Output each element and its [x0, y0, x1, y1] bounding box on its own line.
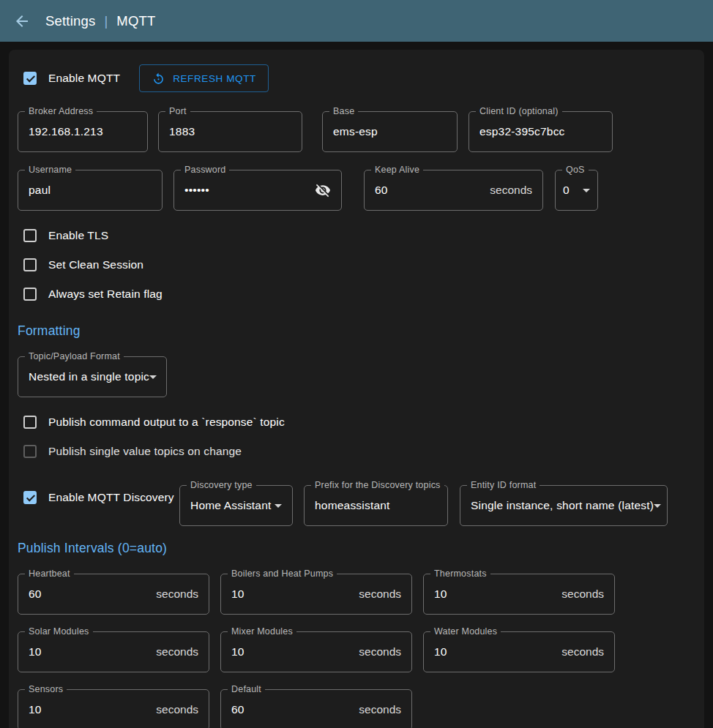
enable-tls-checkbox-row[interactable]: Enable TLS — [18, 221, 695, 250]
field-label: Keep Alive — [371, 165, 423, 175]
field-value: esp32-395c7bcc — [479, 125, 565, 138]
publish-intervals-grid: Heartbeat 60 seconds Boilers and Heat Pu… — [18, 574, 695, 728]
breadcrumb-settings: Settings — [45, 13, 95, 29]
topic-payload-format-select[interactable]: Topic/Payload Format Nested in a single … — [18, 356, 167, 397]
clean-session-checkbox[interactable] — [23, 258, 37, 271]
field-label: Solar Modules — [25, 626, 93, 637]
retain-flag-label[interactable]: Always set Retain flag — [48, 288, 163, 301]
field-value: homeassistant — [315, 499, 390, 512]
enable-discovery-checkbox[interactable] — [23, 491, 37, 504]
field-label: QoS — [562, 165, 589, 175]
solar-interval-field[interactable]: Solar Modules 10 seconds — [18, 631, 209, 672]
publish-response-label[interactable]: Publish command output to a `response` t… — [48, 416, 285, 429]
field-suffix: seconds — [561, 645, 604, 658]
sensors-interval-field[interactable]: Sensors 10 seconds — [18, 689, 209, 728]
discovery-type-select[interactable]: Discovery type Home Assistant — [179, 485, 293, 526]
retain-flag-checkbox-row[interactable]: Always set Retain flag — [18, 279, 695, 309]
publish-response-checkbox[interactable] — [23, 416, 37, 429]
field-value: 60 — [231, 703, 244, 716]
field-value: 10 — [231, 645, 244, 658]
entity-id-format-select[interactable]: Entity ID format Single instance, short … — [460, 485, 668, 526]
clean-session-label[interactable]: Set Clean Session — [48, 258, 143, 271]
field-suffix: seconds — [156, 703, 198, 716]
publish-single-checkbox-row: Publish single value topics on change — [18, 437, 695, 466]
refresh-mqtt-label: REFRESH MQTT — [173, 73, 256, 84]
publish-single-label: Publish single value topics on change — [48, 445, 242, 458]
page-title: MQTT — [116, 13, 155, 29]
field-value: Single instance, short name (latest) — [471, 499, 654, 512]
field-suffix: seconds — [156, 588, 198, 601]
field-label: Entity ID format — [467, 480, 540, 490]
boilers-interval-field[interactable]: Boilers and Heat Pumps 10 seconds — [220, 574, 412, 615]
heartbeat-interval-field[interactable]: Heartbeat 60 seconds — [18, 574, 209, 615]
enable-mqtt-checkbox-row[interactable]: Enable MQTT — [18, 63, 120, 94]
field-value: ems-esp — [333, 125, 378, 138]
field-value: Home Assistant — [190, 499, 271, 512]
field-suffix: seconds — [359, 645, 401, 658]
username-field[interactable]: Username paul — [18, 170, 163, 211]
broker-address-field[interactable]: Broker Address 192.168.1.213 — [18, 111, 148, 152]
field-value: 192.168.1.213 — [29, 125, 103, 138]
port-field[interactable]: Port 1883 — [158, 111, 302, 152]
field-value: •••••• — [184, 184, 209, 197]
retain-flag-checkbox[interactable] — [23, 288, 37, 301]
client-id-field[interactable]: Client ID (optional) esp32-395c7bcc — [469, 111, 613, 152]
qos-select[interactable]: QoS 0 — [555, 170, 598, 211]
field-value: Nested in a single topic — [29, 370, 149, 383]
discovery-row: Enable MQTT Discovery Discovery type Hom… — [18, 485, 695, 526]
password-field[interactable]: Password •••••• — [173, 170, 342, 211]
chevron-down-icon — [654, 504, 661, 508]
enable-tls-label[interactable]: Enable TLS — [48, 229, 108, 242]
field-suffix: seconds — [359, 703, 401, 716]
back-arrow-icon[interactable] — [12, 11, 32, 31]
mixer-interval-field[interactable]: Mixer Modules 10 seconds — [220, 631, 412, 672]
field-label: Heartbeat — [25, 568, 74, 579]
field-label: Sensors — [25, 684, 67, 694]
field-value: 10 — [434, 645, 447, 658]
enable-discovery-label[interactable]: Enable MQTT Discovery — [48, 491, 174, 504]
field-label: Boilers and Heat Pumps — [228, 568, 337, 579]
connection-fields-row-1: Broker Address 192.168.1.213 Port 1883 B… — [18, 111, 695, 152]
breadcrumb-separator: | — [104, 13, 108, 29]
enable-tls-checkbox[interactable] — [23, 229, 37, 242]
field-label: Client ID (optional) — [476, 106, 562, 116]
formatting-options: Publish command output to a `response` t… — [18, 408, 695, 466]
refresh-icon — [152, 72, 165, 86]
app-header: Settings | MQTT — [0, 0, 713, 42]
publish-response-checkbox-row[interactable]: Publish command output to a `response` t… — [18, 408, 695, 437]
visibility-off-icon[interactable] — [315, 182, 331, 198]
field-label: Base — [329, 106, 358, 116]
field-value: 60 — [375, 184, 388, 197]
formatting-heading: Formatting — [18, 323, 695, 339]
clean-session-checkbox-row[interactable]: Set Clean Session — [18, 250, 695, 279]
connection-fields-row-2: Username paul Password •••••• Keep Alive… — [18, 170, 695, 211]
breadcrumb: Settings | MQTT — [45, 13, 155, 29]
enable-discovery-checkbox-row[interactable]: Enable MQTT Discovery — [18, 491, 179, 504]
field-label: Water Modules — [430, 626, 501, 637]
mqtt-settings-card: Enable MQTT REFRESH MQTT Broker Address … — [9, 50, 704, 728]
enable-mqtt-checkbox[interactable] — [23, 72, 37, 85]
field-label: Port — [165, 106, 190, 116]
field-suffix: seconds — [359, 588, 401, 601]
field-value: 10 — [231, 588, 244, 601]
field-label: Default — [228, 684, 265, 694]
chevron-down-icon — [275, 504, 282, 508]
water-interval-field[interactable]: Water Modules 10 seconds — [423, 631, 615, 672]
field-suffix: seconds — [156, 645, 198, 658]
field-value: 10 — [29, 703, 42, 716]
keep-alive-field[interactable]: Keep Alive 60 seconds — [364, 170, 543, 211]
refresh-mqtt-button[interactable]: REFRESH MQTT — [139, 64, 269, 92]
field-value: 60 — [29, 588, 42, 601]
thermostats-interval-field[interactable]: Thermostats 10 seconds — [423, 574, 615, 615]
field-label: Mixer Modules — [228, 626, 296, 637]
field-suffix: seconds — [561, 588, 604, 601]
discovery-prefix-field[interactable]: Prefix for the Discovery topics homeassi… — [304, 485, 448, 526]
field-label: Topic/Payload Format — [25, 351, 124, 361]
default-interval-field[interactable]: Default 60 seconds — [220, 689, 412, 728]
base-field[interactable]: Base ems-esp — [322, 111, 458, 152]
field-label: Discovery type — [187, 480, 256, 490]
field-value: paul — [29, 184, 51, 197]
field-label: Prefix for the Discovery topics — [311, 480, 444, 490]
field-suffix: seconds — [490, 184, 532, 197]
enable-mqtt-label[interactable]: Enable MQTT — [48, 72, 120, 85]
